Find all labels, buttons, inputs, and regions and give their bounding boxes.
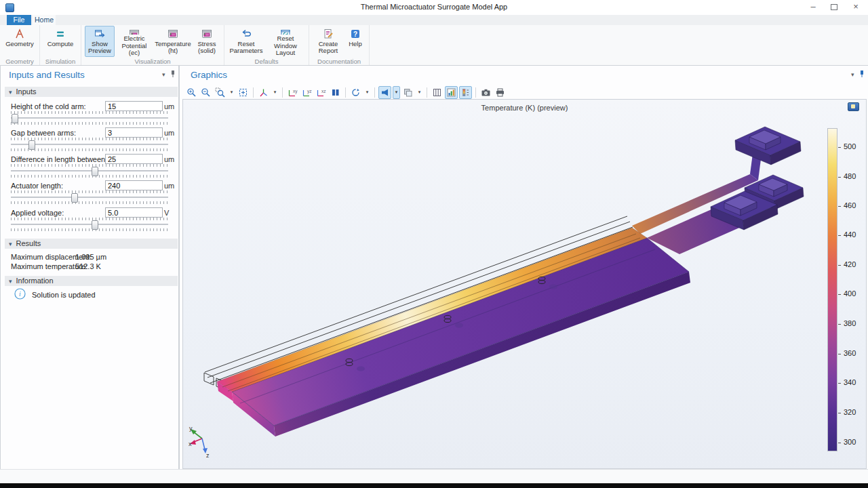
slider-handle[interactable]	[92, 220, 98, 230]
graphics-panel: Graphics ▾ ▾ ▾ xy yz xz ▾ ▾ ▾ Temperatur…	[179, 65, 868, 470]
max-temperature-value: 512.3 K	[75, 262, 101, 270]
gap-between-arms-input[interactable]	[105, 127, 163, 138]
colorbar-tick: 480	[838, 172, 868, 182]
applied-voltage-slider[interactable]	[11, 218, 168, 231]
ribbon-group-geometry: Geometry Geometry	[0, 25, 40, 65]
actuator-3d-model[interactable]	[183, 100, 866, 468]
view-xy-button[interactable]: xy	[286, 86, 299, 99]
create-report-button[interactable]: Create Report	[313, 26, 344, 57]
zoom-extents-button[interactable]	[237, 86, 250, 99]
zoom-box-button[interactable]	[214, 86, 226, 99]
wireframe-rendering-button[interactable]	[431, 86, 443, 99]
maximize-icon	[831, 4, 837, 10]
hot-arm-length-difference-input[interactable]	[105, 154, 163, 164]
ribbon-group-visualization: Show Preview Electric Potential (ec) Tem…	[81, 25, 224, 65]
field-row: Gap between arms: um	[1, 127, 178, 138]
svg-text:?: ?	[353, 30, 357, 38]
ribbon-tab-strip: File Home	[0, 15, 868, 25]
ribbon-group-documentation: Create Report ? Help Documentation	[309, 25, 370, 65]
scene-light-menu-caret[interactable]: ▾	[393, 86, 400, 99]
panel-menu-caret-icon[interactable]: ▾	[851, 71, 854, 78]
pin-icon[interactable]	[859, 70, 865, 78]
rotate-button[interactable]	[349, 86, 362, 99]
section-information[interactable]: ▾Information	[5, 276, 178, 286]
zoom-in-button[interactable]	[185, 86, 198, 99]
zoom-out-button[interactable]	[199, 86, 212, 99]
actuator-length-input[interactable]	[105, 180, 163, 190]
svg-text:i: i	[19, 290, 21, 298]
slider-track[interactable]	[11, 140, 168, 148]
view-yz-button[interactable]: yz	[300, 86, 313, 99]
field-row: Height of the cold arm: um	[1, 101, 178, 112]
view-xz-button[interactable]: xz	[315, 86, 328, 99]
graphics-toolbar: ▾ ▾ xy yz xz ▾ ▾ ▾	[185, 86, 507, 98]
section-results[interactable]: ▾Results	[5, 239, 178, 249]
surface-plot-icon	[128, 28, 140, 35]
transparency-button[interactable]	[401, 86, 414, 99]
height-cold-arm-slider[interactable]	[11, 111, 168, 125]
tab-file[interactable]: File	[7, 15, 31, 25]
show-preview-button[interactable]: Show Preview	[85, 26, 115, 57]
pin-icon[interactable]	[170, 70, 176, 78]
slider-track[interactable]	[11, 114, 168, 122]
reset-window-layout-button[interactable]: Reset Window Layout	[266, 26, 305, 57]
ribbon: Geometry Geometry Compute Simulation Sho…	[0, 25, 868, 66]
panel-menu-caret-icon[interactable]: ▾	[162, 71, 165, 78]
slider-track[interactable]	[11, 167, 168, 175]
colorbar-tick: 340	[838, 378, 868, 388]
zoom-box-menu-caret[interactable]: ▾	[228, 86, 235, 99]
actuator-length-slider[interactable]	[11, 190, 168, 204]
applied-voltage-input[interactable]	[105, 207, 163, 218]
slider-track[interactable]	[11, 193, 168, 201]
tab-home[interactable]: Home	[33, 15, 56, 25]
inputs-and-results-panel: Inputs and Results ▾ ▾Inputs Height of t…	[0, 65, 179, 470]
colorbar-tick: 360	[838, 349, 868, 359]
svg-text:z: z	[206, 452, 210, 458]
colorbar-tick: 380	[838, 319, 868, 329]
surface-plot-icon	[167, 28, 179, 40]
slider-handle[interactable]	[71, 193, 78, 203]
result-row: Maximum displacement: 1.095 µm	[1, 253, 178, 262]
geometry-button[interactable]: Geometry	[3, 26, 36, 57]
stress-button[interactable]: Stress (solid)	[193, 26, 220, 57]
collapse-triangle-icon: ▾	[9, 241, 12, 247]
status-message: Solution is updated	[32, 291, 96, 299]
reset-parameters-button[interactable]: Reset Parameters	[228, 26, 264, 57]
electric-potential-button[interactable]: Electric Potential (ec)	[116, 26, 153, 57]
colorbar-tick: 460	[838, 201, 868, 211]
compute-button[interactable]: Compute	[43, 26, 77, 57]
default-view-menu-caret[interactable]: ▾	[271, 86, 279, 99]
surface-plot-icon	[201, 28, 213, 40]
image-snapshot-button[interactable]	[479, 86, 492, 99]
rotate-menu-caret[interactable]: ▾	[363, 86, 371, 99]
print-button[interactable]	[494, 86, 507, 99]
scene-light-button[interactable]	[378, 86, 391, 99]
compute-icon	[54, 28, 66, 40]
gap-between-arms-slider[interactable]	[11, 138, 168, 151]
graphics-canvas[interactable]: Temperature (K) (preview)	[182, 99, 867, 469]
window-minimize-button[interactable]: –	[802, 0, 824, 14]
scene-snapshot-icon[interactable]	[329, 86, 342, 99]
section-inputs[interactable]: ▾Inputs	[5, 87, 178, 97]
slider-ticks	[11, 201, 168, 204]
help-button[interactable]: ? Help	[345, 26, 366, 57]
slider-handle[interactable]	[12, 114, 18, 123]
panel-title: Inputs and Results	[9, 70, 85, 80]
color-legend-button[interactable]	[459, 86, 472, 99]
window-maximize-button[interactable]	[823, 0, 845, 14]
colorbar-tick: 320	[838, 408, 868, 418]
window-close-button[interactable]: ×	[845, 0, 867, 14]
screen-edge	[0, 483, 868, 488]
plot-settings-button[interactable]	[445, 86, 458, 99]
hot-arm-length-difference-slider[interactable]	[11, 164, 168, 178]
transparency-menu-caret[interactable]: ▾	[416, 86, 423, 99]
slider-handle[interactable]	[92, 167, 98, 176]
svg-text:y: y	[189, 425, 193, 432]
slider-track[interactable]	[11, 220, 168, 228]
anchor-pad	[735, 127, 801, 165]
temperature-button[interactable]: Temperature (ht)	[154, 26, 192, 57]
slider-handle[interactable]	[28, 140, 35, 150]
go-to-default-view-button[interactable]	[257, 86, 270, 99]
height-cold-arm-input[interactable]	[105, 101, 163, 111]
colorbar-gradient	[827, 128, 837, 451]
